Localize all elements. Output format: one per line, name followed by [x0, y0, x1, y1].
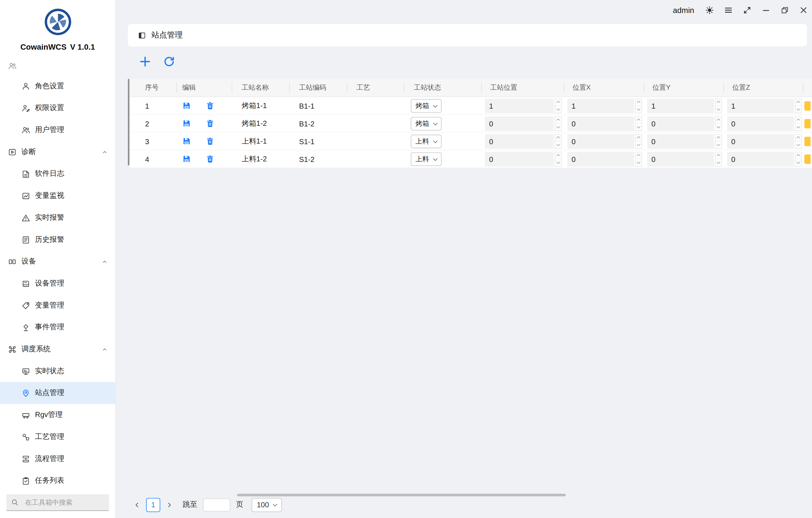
sidebar-item-device-manage[interactable]: 设备管理 [0, 272, 115, 294]
spin-up-button[interactable] [555, 117, 561, 123]
position-input[interactable]: 0 [485, 134, 554, 149]
sidebar-item-realtime-alarm[interactable]: 实时报警 [0, 207, 115, 229]
refresh-button[interactable] [163, 55, 175, 68]
sidebar-item-partial[interactable] [0, 56, 115, 75]
position-input[interactable]: 0 [485, 116, 554, 131]
add-button[interactable] [139, 55, 151, 68]
spin-up-button[interactable] [555, 134, 561, 141]
overflow-button[interactable] [804, 154, 811, 164]
spin-down-button[interactable] [795, 159, 801, 166]
sidebar-item-user-manage[interactable]: 用户管理 [0, 119, 115, 141]
spin-down-button[interactable] [795, 106, 801, 113]
spin-down-button[interactable] [636, 159, 641, 166]
spin-down-button[interactable] [636, 123, 641, 130]
spin-up-button[interactable] [716, 152, 721, 159]
z-input[interactable]: 1 [727, 98, 794, 113]
x-input[interactable]: 1 [568, 98, 634, 113]
horizontal-scrollbar[interactable] [237, 494, 566, 496]
spin-up-button[interactable] [555, 152, 561, 159]
delete-button[interactable] [206, 101, 214, 110]
y-input[interactable]: 1 [647, 98, 714, 113]
overflow-button[interactable] [804, 137, 811, 146]
spin-up-button[interactable] [636, 117, 641, 123]
z-input[interactable]: 0 [727, 134, 794, 149]
position-input[interactable]: 0 [485, 151, 554, 166]
spin-down-button[interactable] [795, 141, 801, 148]
position-input[interactable]: 1 [485, 98, 554, 113]
spin-up-button[interactable] [636, 99, 641, 106]
spin-down-button[interactable] [636, 106, 641, 113]
save-button[interactable] [182, 154, 191, 163]
sidebar-item-dispatch[interactable]: 调度系统 [0, 338, 115, 360]
sidebar-item-software-log[interactable]: 软件日志 [0, 163, 115, 185]
status-select[interactable]: 烤箱 [411, 99, 441, 113]
x-input[interactable]: 0 [568, 116, 634, 131]
sidebar-item-device[interactable]: 设备 [0, 251, 115, 272]
spin-up-button[interactable] [795, 152, 801, 159]
spin-down-button[interactable] [555, 123, 561, 130]
spin-down-button[interactable] [795, 123, 801, 130]
y-input[interactable]: 0 [647, 151, 714, 166]
spin-up-button[interactable] [636, 152, 641, 159]
spin-up-button[interactable] [795, 99, 801, 106]
spin-up-button[interactable] [716, 99, 721, 106]
page-jump-input[interactable] [203, 498, 230, 511]
hamburger-menu-icon[interactable] [724, 5, 733, 14]
spin-up-button[interactable] [795, 117, 801, 123]
y-input[interactable]: 0 [647, 134, 714, 149]
status-select[interactable]: 烤箱 [411, 117, 441, 130]
sidebar-item-rgv[interactable]: Rgv管理 [0, 404, 115, 426]
x-input[interactable]: 0 [568, 151, 634, 166]
spin-down-button[interactable] [636, 141, 641, 148]
spin-down-button[interactable] [555, 106, 561, 113]
prev-page-button[interactable] [134, 501, 141, 508]
overflow-button[interactable] [804, 101, 811, 110]
theme-icon[interactable] [705, 5, 714, 14]
delete-button[interactable] [206, 137, 214, 146]
sidebar-item-variable-manage[interactable]: 变量管理 [0, 294, 115, 316]
spin-down-button[interactable] [716, 106, 721, 113]
delete-button[interactable] [206, 154, 214, 163]
x-input[interactable]: 0 [568, 134, 634, 149]
spin-down-button[interactable] [716, 123, 721, 130]
sidebar-item-station[interactable]: 站点管理 [0, 382, 115, 404]
spin-up-button[interactable] [716, 117, 721, 123]
save-button[interactable] [182, 101, 191, 110]
current-page-button[interactable]: 1 [146, 498, 160, 512]
sidebar-item-history-alarm[interactable]: 历史报警 [0, 229, 115, 251]
sidebar-item-process[interactable]: 工艺管理 [0, 426, 115, 448]
status-select[interactable]: 上料 [411, 152, 441, 166]
y-input[interactable]: 0 [647, 116, 714, 131]
z-input[interactable]: 0 [727, 151, 794, 166]
spin-up-button[interactable] [716, 134, 721, 141]
fullscreen-icon[interactable] [743, 5, 752, 14]
sidebar-item-variable-monitor[interactable]: 变量监视 [0, 185, 115, 207]
sidebar-item-realtime-status[interactable]: 实时状态 [0, 360, 115, 382]
sidebar-item-role[interactable]: 角色设置 [0, 75, 115, 97]
close-button[interactable] [799, 5, 808, 14]
overflow-button[interactable] [804, 119, 811, 128]
column-header: 工站位置 [482, 79, 564, 96]
spin-down-button[interactable] [716, 141, 721, 148]
spin-up-button[interactable] [555, 99, 561, 106]
delete-button[interactable] [206, 119, 214, 128]
spin-down-button[interactable] [716, 159, 721, 166]
spin-up-button[interactable] [795, 134, 801, 141]
sidebar-item-flow[interactable]: 流程管理 [0, 448, 115, 470]
spin-down-button[interactable] [555, 141, 561, 148]
restore-button[interactable] [780, 5, 789, 14]
minimize-button[interactable] [761, 5, 770, 14]
save-button[interactable] [182, 119, 191, 128]
page-size-select[interactable]: 100 [252, 498, 282, 512]
save-button[interactable] [182, 137, 191, 146]
spin-down-button[interactable] [555, 159, 561, 166]
sidebar-item-event-manage[interactable]: 事件管理 [0, 316, 115, 338]
sidebar-item-task-list[interactable]: 任务列表 [0, 470, 115, 489]
spin-up-button[interactable] [636, 134, 641, 141]
sidebar-item-diagnosis[interactable]: 诊断 [0, 141, 115, 163]
sidebar-item-permission[interactable]: 权限设置 [0, 97, 115, 119]
status-select[interactable]: 上料 [411, 134, 441, 148]
z-input[interactable]: 0 [727, 116, 794, 131]
next-page-button[interactable] [166, 501, 173, 508]
toolbox-search-input[interactable] [24, 498, 105, 507]
